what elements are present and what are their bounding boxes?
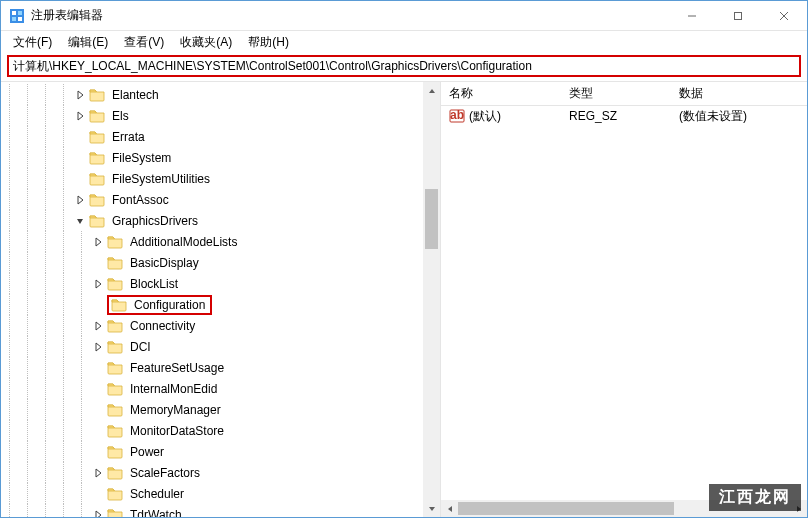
scroll-up-arrow-icon[interactable] [423,82,440,99]
tree-item[interactable]: MonitorDataStore [1,420,440,441]
scroll-down-arrow-icon[interactable] [423,500,440,517]
tree-item[interactable]: Errata [1,126,440,147]
tree-item-label: InternalMonEdid [127,381,220,397]
address-input[interactable] [13,59,795,73]
scroll-thumb[interactable] [425,189,438,249]
folder-icon [89,108,105,124]
tree-item-label: FileSystem [109,150,174,166]
scroll-thumb[interactable] [458,502,674,515]
tree-item-label: Elantech [109,87,162,103]
value-list-pane: 名称 类型 数据 ab(默认)REG_SZ(数值未设置) [441,82,807,517]
tree-item[interactable]: AdditionalModeLists [1,231,440,252]
tree-item[interactable]: FontAssoc [1,189,440,210]
scroll-right-arrow-icon[interactable] [790,500,807,517]
expand-toggle-icon [91,445,105,459]
svg-rect-2 [18,11,22,15]
tree-item[interactable]: FileSystemUtilities [1,168,440,189]
titlebar[interactable]: 注册表编辑器 [1,1,807,31]
value-name: (默认) [469,108,501,125]
list-row[interactable]: ab(默认)REG_SZ(数值未设置) [441,106,807,126]
tree-item[interactable]: Configuration [1,294,440,315]
folder-icon [89,129,105,145]
tree-item-label: BlockList [127,276,181,292]
folder-icon [89,192,105,208]
tree-item-label: Configuration [131,297,208,313]
folder-icon [107,234,123,250]
tree-item[interactable]: Elantech [1,84,440,105]
expand-toggle-icon [73,151,87,165]
tree-item[interactable]: TdrWatch [1,504,440,517]
address-bar [7,55,801,77]
expand-toggle-icon [91,298,105,312]
expand-toggle-icon[interactable] [91,466,105,480]
minimize-button[interactable] [669,1,715,30]
tree-item[interactable]: DCI [1,336,440,357]
tree-item[interactable]: FeatureSetUsage [1,357,440,378]
tree-item[interactable]: GraphicsDrivers [1,210,440,231]
tree-item[interactable]: Connectivity [1,315,440,336]
folder-icon [89,87,105,103]
folder-icon [89,150,105,166]
menu-edit[interactable]: 编辑(E) [60,32,116,53]
expand-toggle-icon[interactable] [91,235,105,249]
tree-vertical-scrollbar[interactable] [423,82,440,517]
expand-toggle-icon[interactable] [91,277,105,291]
tree-item[interactable]: FileSystem [1,147,440,168]
tree-item-label: Errata [109,129,148,145]
registry-tree[interactable]: ElantechElsErrataFileSystemFileSystemUti… [1,82,440,517]
expand-toggle-icon [91,361,105,375]
tree-item[interactable]: InternalMonEdid [1,378,440,399]
tree-item-label: FontAssoc [109,192,172,208]
tree-item[interactable]: ScaleFactors [1,462,440,483]
maximize-button[interactable] [715,1,761,30]
tree-pane: ElantechElsErrataFileSystemFileSystemUti… [1,82,441,517]
menu-view[interactable]: 查看(V) [116,32,172,53]
tree-item-label: BasicDisplay [127,255,202,271]
column-header-name[interactable]: 名称 [441,85,561,102]
scroll-track[interactable] [458,500,790,517]
expand-toggle-icon[interactable] [91,319,105,333]
tree-item-label: Els [109,108,132,124]
expand-toggle-icon[interactable] [73,88,87,102]
expand-toggle-icon [91,424,105,438]
folder-icon [107,444,123,460]
scroll-left-arrow-icon[interactable] [441,500,458,517]
content-area: ElantechElsErrataFileSystemFileSystemUti… [1,81,807,517]
value-data: (数值未设置) [671,108,807,125]
tree-item-label: DCI [127,339,154,355]
tree-item[interactable]: MemoryManager [1,399,440,420]
close-button[interactable] [761,1,807,30]
menu-help[interactable]: 帮助(H) [240,32,297,53]
column-header-type[interactable]: 类型 [561,85,671,102]
folder-icon [89,171,105,187]
list-horizontal-scrollbar[interactable] [441,500,807,517]
expand-toggle-icon[interactable] [73,193,87,207]
menu-file[interactable]: 文件(F) [5,32,60,53]
tree-item[interactable]: Els [1,105,440,126]
tree-item[interactable]: Power [1,441,440,462]
folder-icon [107,486,123,502]
tree-item[interactable]: BasicDisplay [1,252,440,273]
expand-toggle-icon[interactable] [91,340,105,354]
tree-item-label: Power [127,444,167,460]
list-header: 名称 类型 数据 [441,82,807,106]
folder-icon [107,465,123,481]
tree-item-label: FileSystemUtilities [109,171,213,187]
tree-item[interactable]: BlockList [1,273,440,294]
scroll-track[interactable] [423,99,440,500]
menu-favorites[interactable]: 收藏夹(A) [172,32,240,53]
expand-toggle-icon[interactable] [73,109,87,123]
expand-toggle-icon[interactable] [91,508,105,518]
expand-toggle-icon [73,172,87,186]
folder-icon [107,276,123,292]
folder-icon [107,339,123,355]
window-controls [669,1,807,30]
svg-rect-4 [18,17,22,21]
folder-icon [111,297,127,313]
column-header-data[interactable]: 数据 [671,85,807,102]
expand-toggle-icon[interactable] [73,214,87,228]
value-list[interactable]: ab(默认)REG_SZ(数值未设置) [441,106,807,500]
tree-item-label: MemoryManager [127,402,224,418]
tree-item[interactable]: Scheduler [1,483,440,504]
svg-text:ab: ab [450,108,464,122]
